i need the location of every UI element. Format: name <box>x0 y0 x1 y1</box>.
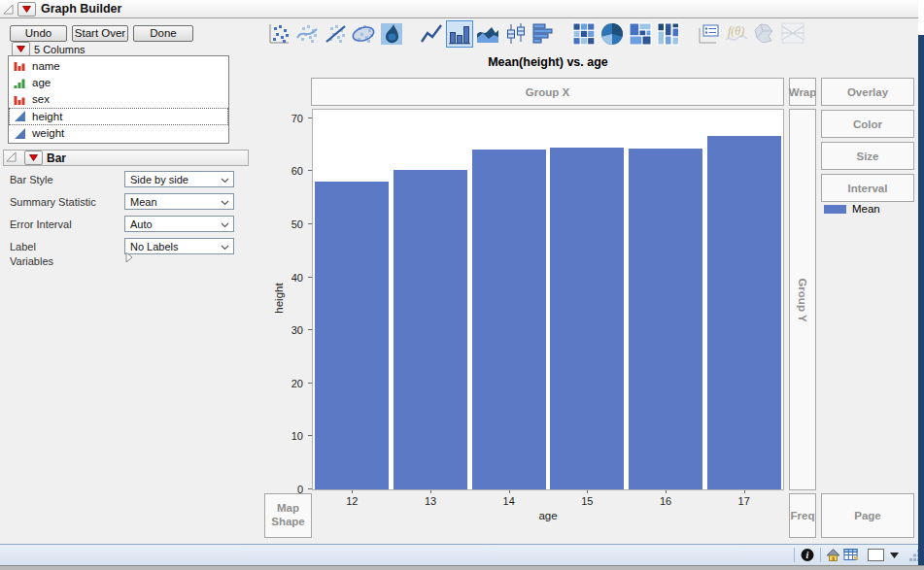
y-tick-mark <box>308 329 312 330</box>
summary-statistic-dropdown[interactable]: Mean <box>124 193 234 210</box>
bar-age-17[interactable] <box>707 136 781 489</box>
variables-disclosure-icon[interactable] <box>125 251 133 265</box>
undo-button[interactable]: Undo <box>10 25 67 42</box>
dropdown-caret-icon[interactable] <box>890 553 899 558</box>
x-tick-label: 13 <box>411 495 450 507</box>
y-tick-label: 20 <box>280 378 303 389</box>
page-title: Graph Builder <box>41 2 121 16</box>
drop-zone-map-shape[interactable]: Map Shape <box>264 493 312 538</box>
drop-zone-size[interactable]: Size <box>821 142 914 170</box>
variables-label: Variables <box>10 255 53 267</box>
window-bottom-edge <box>0 565 924 570</box>
toolbar-icon-group <box>570 20 682 48</box>
bar-age-16[interactable] <box>629 149 702 489</box>
chevron-down-icon <box>221 174 229 185</box>
error-interval-label: Error Interval <box>10 218 72 230</box>
plot-area <box>312 109 784 490</box>
summary-statistic-label: Summary Statistic <box>10 196 96 208</box>
drop-zone-group-y[interactable]: Group Y <box>789 109 816 490</box>
points-icon[interactable] <box>265 20 292 48</box>
box-plot-icon[interactable] <box>502 20 530 48</box>
svg-text:f(θ): f(θ) <box>728 24 744 38</box>
continuous-icon <box>14 127 26 140</box>
contour-icon[interactable] <box>378 20 405 48</box>
line-chart-icon[interactable] <box>418 20 445 48</box>
svg-text:i: i <box>806 550 809 560</box>
column-item-name[interactable]: name <box>9 57 228 74</box>
color-swatch[interactable] <box>868 549 884 561</box>
drop-zone-color[interactable]: Color <box>821 110 914 138</box>
bar-age-14[interactable] <box>472 150 546 489</box>
column-item-label: age <box>32 77 51 88</box>
line-of-fit-icon[interactable] <box>322 20 349 48</box>
heatmap-icon[interactable] <box>570 20 598 48</box>
pie-chart-icon[interactable] <box>599 20 626 48</box>
home-icon[interactable] <box>826 548 840 562</box>
statusbar-separator <box>820 548 821 562</box>
x-tick-label: 15 <box>567 495 606 507</box>
toolbar-icon-group <box>265 20 405 48</box>
y-tick-mark <box>308 117 312 118</box>
column-item-weight[interactable]: weight <box>9 125 228 142</box>
red-triangle-menu-button[interactable] <box>17 2 36 17</box>
column-item-label: sex <box>32 93 50 105</box>
columns-red-triangle-button[interactable] <box>12 42 30 56</box>
column-item-age[interactable]: age <box>9 74 228 90</box>
summary-statistic-value: Mean <box>130 196 157 208</box>
graph-builder-window: Graph Builder Undo Start Over Done f(θ) … <box>0 0 924 570</box>
x-axis-title: age <box>312 510 784 521</box>
y-tick-mark <box>308 383 312 384</box>
caption-box-icon[interactable] <box>695 20 722 48</box>
error-interval-dropdown[interactable]: Auto <box>124 216 234 232</box>
start-over-button[interactable]: Start Over <box>72 25 128 42</box>
parallel-plot-icon <box>779 20 806 48</box>
label-dropdown[interactable]: No Labels <box>124 238 234 254</box>
mosaic-icon[interactable] <box>655 20 682 48</box>
bar-section-header: Bar <box>3 150 249 166</box>
label-value: No Labels <box>130 241 179 252</box>
nominal-icon <box>14 59 26 72</box>
drop-zone-group-x[interactable]: Group X <box>311 78 784 106</box>
drop-zone-freq[interactable]: Freq <box>789 493 816 538</box>
treemap-icon[interactable] <box>627 20 654 48</box>
legend-label: Mean <box>852 203 880 215</box>
bar-style-label: Bar Style <box>10 174 53 185</box>
data-table-icon[interactable] <box>843 548 859 562</box>
x-tick-mark <box>587 490 588 493</box>
column-item-sex[interactable]: sex <box>9 91 228 108</box>
y-tick-label: 50 <box>280 218 303 230</box>
bar-red-triangle-button[interactable] <box>24 151 43 165</box>
y-tick-label: 60 <box>280 165 303 177</box>
x-tick-label: 16 <box>646 495 685 507</box>
bar-age-13[interactable] <box>394 170 467 489</box>
bar-style-dropdown[interactable]: Side by side <box>124 171 234 187</box>
bar-style-value: Side by side <box>130 174 188 185</box>
y-tick-label: 30 <box>280 324 303 336</box>
window-right-top <box>918 0 924 35</box>
histogram-icon[interactable] <box>530 20 558 48</box>
y-tick-mark <box>308 488 312 489</box>
bar-age-12[interactable] <box>315 182 389 489</box>
ellipse-icon[interactable] <box>350 20 377 48</box>
bar-chart-icon[interactable] <box>446 20 473 48</box>
info-icon[interactable]: i <box>801 548 814 562</box>
area-chart-icon[interactable] <box>474 20 501 48</box>
y-axis-title: height <box>273 276 285 320</box>
drop-zone-overlay[interactable]: Overlay <box>821 78 914 106</box>
drop-zone-interval[interactable]: Interval <box>821 174 914 202</box>
x-tick-mark <box>352 490 353 493</box>
collapse-triangle-icon[interactable] <box>3 4 14 15</box>
drop-zone-wrap[interactable]: Wrap <box>789 78 816 106</box>
toolbar-icon-group: f(θ) <box>695 20 806 48</box>
column-item-label: weight <box>32 127 64 139</box>
drop-zone-page[interactable]: Page <box>821 493 914 538</box>
columns-list: nameagesexheightweight <box>8 55 229 144</box>
bar-collapse-triangle-icon[interactable] <box>6 151 17 164</box>
x-axis: age 121314151617 <box>312 490 784 523</box>
done-button[interactable]: Done <box>133 25 193 42</box>
legend-swatch[interactable] <box>824 205 846 214</box>
column-item-height[interactable]: height <box>9 108 228 124</box>
bar-section-title: Bar <box>47 151 66 165</box>
bar-age-15[interactable] <box>550 148 624 489</box>
smoother-icon[interactable] <box>293 20 321 48</box>
